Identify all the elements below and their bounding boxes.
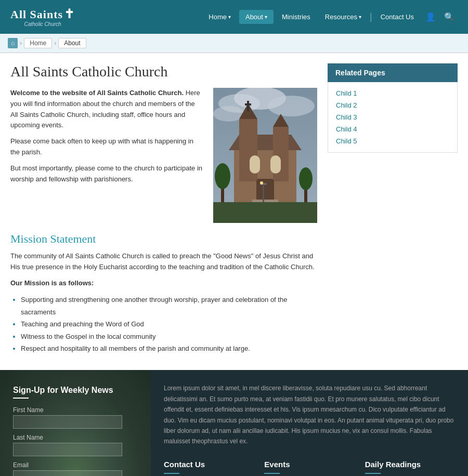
breadcrumb-bar: ⌂ › Home › About xyxy=(0,34,468,53)
breadcrumb-about[interactable]: About xyxy=(58,38,86,48)
svg-rect-16 xyxy=(256,179,274,202)
related-link-child2[interactable]: Child 2 xyxy=(336,99,449,111)
sidebar: Related Pages Child 1 Child 2 Child 3 Ch… xyxy=(328,63,458,354)
nav-contact-us[interactable]: Contact Us xyxy=(374,10,420,24)
nav-divider: | xyxy=(370,11,372,22)
svg-point-3 xyxy=(268,96,315,116)
related-link-child3[interactable]: Child 3 xyxy=(336,111,449,123)
last-name-label: Last Name xyxy=(13,434,138,441)
daily-readings-title: Daily Readings xyxy=(365,460,455,469)
nav-home[interactable]: Home ▾ xyxy=(202,10,237,24)
signup-divider xyxy=(13,398,29,399)
church-image xyxy=(213,88,317,224)
contact-divider xyxy=(164,473,179,474)
last-name-input[interactable] xyxy=(13,443,122,456)
footer-signup-panel: Sign-Up for Weekly News First Name Last … xyxy=(0,370,151,476)
related-link-child1[interactable]: Child 1 xyxy=(336,87,449,99)
contact-title: Contact Us xyxy=(164,460,254,469)
footer-daily-col: Daily Readings Thursday of the Seventh W… xyxy=(365,460,455,476)
logo-subtitle: Catholic Church xyxy=(10,21,75,27)
mission-bold-label: Our Mission is as follows: xyxy=(10,278,317,289)
intro-bold: Welcome to the website of All Saints Cat… xyxy=(10,89,184,97)
email-label: Email xyxy=(13,461,138,469)
svg-rect-17 xyxy=(252,200,278,202)
logo-cross-icon: ✝ xyxy=(64,7,75,21)
first-name-input[interactable] xyxy=(13,415,122,429)
mission-list: Supporting and strengthening one another… xyxy=(21,294,317,354)
nav-ministries[interactable]: Ministries xyxy=(276,10,317,24)
svg-point-24 xyxy=(260,181,263,184)
mission-paragraph: The community of All Saints Catholic Chu… xyxy=(10,251,317,273)
search-icon[interactable]: 🔍 xyxy=(441,9,458,25)
logo-text: All Saints✝ xyxy=(10,8,75,21)
events-divider xyxy=(264,473,280,474)
logo[interactable]: All Saints✝ Catholic Church xyxy=(10,7,75,27)
nav-resources[interactable]: Resources ▾ xyxy=(319,10,368,24)
footer-events-col: Events View All Events Tue - May 29 Exam… xyxy=(264,460,354,476)
email-input[interactable] xyxy=(13,470,122,476)
list-item: Witness to the Gospel in the local commu… xyxy=(21,330,317,342)
related-pages-body: Child 1 Child 2 Child 3 Child 4 Child 5 xyxy=(328,82,458,153)
daily-divider xyxy=(365,473,381,474)
events-title: Events xyxy=(264,460,354,469)
footer-lorem: Lorem ipsum dolor sit amet, in mel disce… xyxy=(164,383,455,446)
site-header: All Saints✝ Catholic Church Home ▾ About… xyxy=(0,0,468,34)
list-item: Teaching and preaching the Word of God xyxy=(21,318,317,330)
site-footer: Sign-Up for Weekly News First Name Last … xyxy=(0,370,468,476)
svg-rect-22 xyxy=(263,184,264,202)
footer-contact-col: Contact Us St. Mary Catholic Church 125 … xyxy=(164,460,254,476)
svg-rect-14 xyxy=(250,155,260,174)
list-item: Supporting and strengthening one another… xyxy=(21,294,317,318)
svg-point-19 xyxy=(215,163,230,189)
related-link-child5[interactable]: Child 5 xyxy=(336,135,449,147)
footer-top: Sign-Up for Weekly News First Name Last … xyxy=(0,370,468,476)
footer-right: Lorem ipsum dolor sit amet, in mel disce… xyxy=(151,370,468,476)
signup-content: Sign-Up for Weekly News First Name Last … xyxy=(13,386,138,476)
svg-rect-13 xyxy=(245,103,251,105)
svg-point-21 xyxy=(299,167,313,190)
svg-rect-12 xyxy=(247,101,249,111)
user-icon[interactable]: 👤 xyxy=(422,9,439,25)
breadcrumb-home[interactable]: Home xyxy=(24,38,52,48)
svg-rect-15 xyxy=(270,155,281,174)
signup-title: Sign-Up for Weekly News xyxy=(13,386,138,395)
breadcrumb-sep: › xyxy=(20,39,22,47)
related-pages-header: Related Pages xyxy=(328,63,458,82)
list-item: Respect and hospitality to all members o… xyxy=(21,342,317,354)
first-name-label: First Name xyxy=(13,406,138,414)
church-illustration xyxy=(213,88,317,223)
breadcrumb-sep2: › xyxy=(54,39,56,47)
related-link-child4[interactable]: Child 4 xyxy=(336,123,449,135)
page-title: All Saints Catholic Church xyxy=(10,63,317,80)
footer-columns: Contact Us St. Mary Catholic Church 125 … xyxy=(164,460,455,476)
nav-about[interactable]: About ▾ xyxy=(239,10,274,24)
svg-rect-5 xyxy=(213,202,317,223)
content-wrapper: All Saints Catholic Church xyxy=(0,53,468,370)
main-nav: Home ▾ About ▾ Ministries Resources ▾ | … xyxy=(202,9,458,25)
breadcrumb-home-icon[interactable]: ⌂ xyxy=(8,38,18,48)
main-content: All Saints Catholic Church xyxy=(10,63,328,354)
mission-title: Mission Statement xyxy=(10,232,317,246)
